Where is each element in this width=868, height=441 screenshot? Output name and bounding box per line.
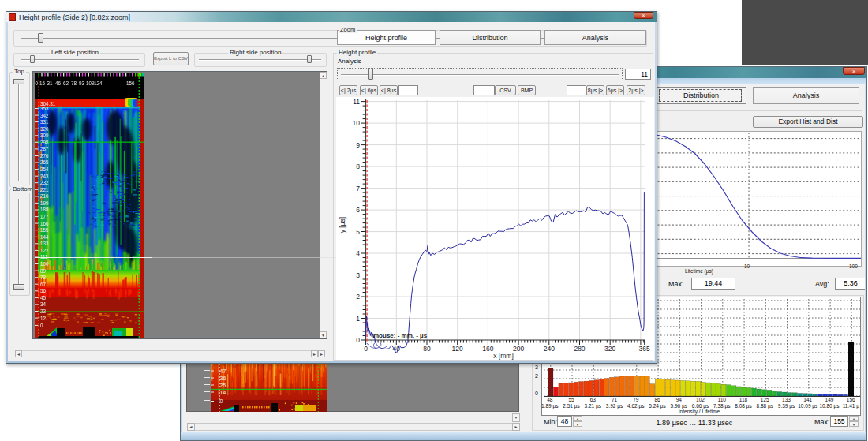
svg-text:276: 276: [40, 153, 49, 159]
svg-text:80: 80: [423, 345, 431, 353]
svg-text:1: 1: [356, 315, 360, 323]
svg-text:7: 7: [356, 185, 360, 192]
svg-text:243: 243: [40, 174, 49, 179]
svg-text:287: 287: [40, 146, 49, 151]
svg-text:9: 9: [356, 141, 360, 149]
svg-text:144: 144: [40, 234, 49, 240]
svg-text:280: 280: [574, 345, 585, 353]
svg-text:4: 4: [356, 249, 360, 257]
svg-text:133: 133: [40, 241, 49, 246]
svg-text:14: 14: [220, 390, 226, 395]
svg-text:365: 365: [639, 345, 650, 353]
svg-text:x [mm]: x [mm]: [493, 352, 514, 360]
svg-text:0: 0: [356, 336, 360, 344]
svg-text:34: 34: [40, 301, 47, 307]
svg-text:47: 47: [220, 368, 226, 374]
svg-text:78: 78: [71, 80, 77, 86]
svg-text:240: 240: [544, 345, 555, 353]
svg-text:320: 320: [40, 126, 49, 132]
svg-text:67: 67: [40, 282, 47, 287]
svg-text:6: 6: [356, 206, 360, 214]
svg-text:89: 89: [40, 268, 47, 274]
svg-text:10: 10: [353, 119, 361, 127]
svg-text:56: 56: [40, 288, 47, 293]
svg-text:93: 93: [79, 80, 85, 86]
svg-text:155: 155: [40, 227, 49, 233]
svg-text:2: 2: [356, 293, 360, 301]
svg-text:8: 8: [356, 163, 360, 170]
svg-text:210: 210: [40, 193, 49, 199]
svg-text:177: 177: [40, 214, 49, 219]
svg-text:36: 36: [220, 376, 226, 381]
svg-text:45: 45: [40, 295, 47, 301]
svg-text:188: 188: [40, 207, 49, 212]
svg-text:199: 199: [40, 200, 49, 206]
svg-text:23: 23: [40, 308, 47, 314]
svg-text:5: 5: [356, 228, 360, 236]
svg-text:11: 11: [353, 98, 360, 106]
svg-text:298: 298: [40, 140, 49, 145]
svg-text:12: 12: [40, 316, 47, 321]
svg-text:mouse: - mm, - µs: mouse: - mm, - µs: [373, 332, 428, 339]
svg-text:254: 254: [40, 166, 49, 172]
svg-text:0: 0: [364, 345, 368, 353]
svg-text:124: 124: [94, 80, 103, 86]
svg-text:0: 0: [40, 323, 43, 328]
svg-text:309: 309: [40, 133, 49, 138]
svg-text:160: 160: [482, 345, 493, 353]
svg-text:342: 342: [40, 113, 49, 118]
svg-text:353: 353: [40, 106, 49, 111]
svg-text:166: 166: [40, 221, 49, 226]
svg-text:46: 46: [55, 80, 62, 86]
svg-text:120: 120: [452, 345, 463, 353]
svg-text:331: 331: [40, 119, 49, 125]
svg-text:221: 221: [40, 187, 49, 192]
svg-text:156: 156: [126, 80, 135, 86]
svg-text:15: 15: [39, 80, 46, 86]
svg-text:3: 3: [356, 271, 360, 279]
svg-text:25: 25: [220, 383, 226, 388]
svg-text:62: 62: [63, 80, 69, 86]
svg-text:200: 200: [513, 345, 524, 353]
svg-text:320: 320: [604, 345, 615, 353]
svg-text:100: 100: [40, 261, 49, 267]
svg-text:265: 265: [40, 159, 49, 165]
svg-text:0: 0: [36, 80, 39, 86]
svg-text:0: 0: [220, 398, 223, 404]
svg-text:232: 232: [40, 180, 49, 185]
svg-text:31: 31: [47, 80, 54, 86]
svg-text:122: 122: [40, 248, 49, 253]
svg-text:y [µs]: y [µs]: [339, 217, 346, 233]
svg-text:78: 78: [40, 275, 47, 280]
